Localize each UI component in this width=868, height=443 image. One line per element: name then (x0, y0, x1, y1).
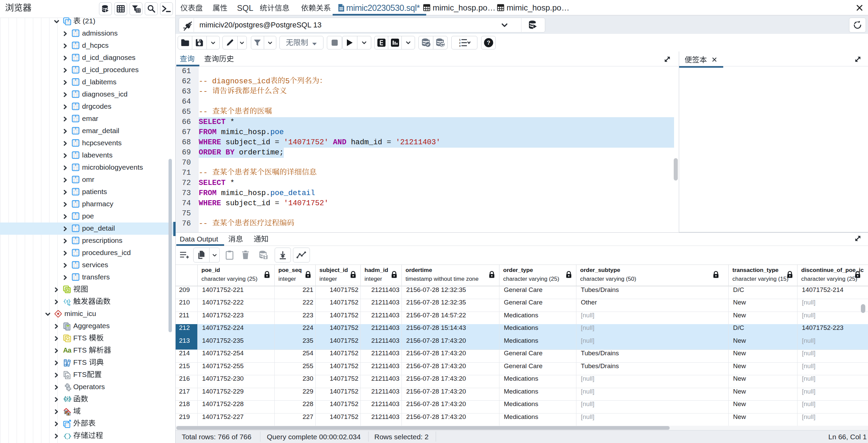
svg-text:1: 1 (459, 38, 461, 41)
svg-text:3: 3 (459, 44, 461, 47)
svg-text:2: 2 (459, 41, 461, 44)
svg-text:?: ? (487, 40, 490, 46)
